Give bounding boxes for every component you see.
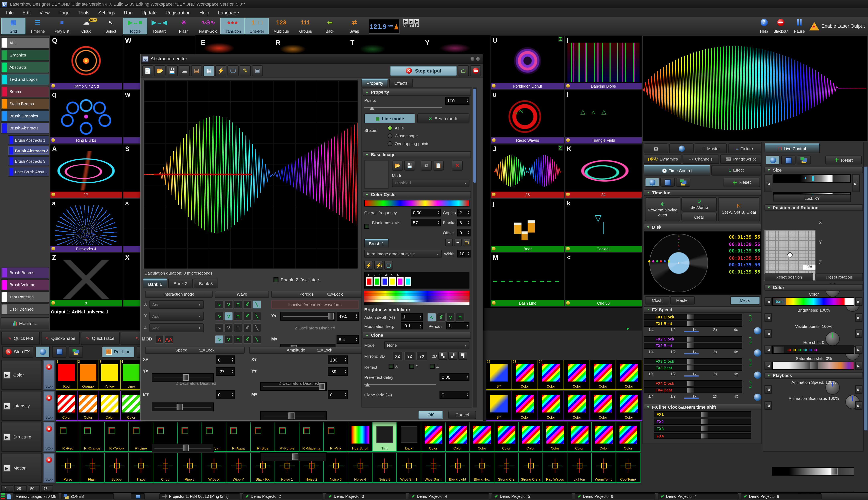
- tab-channels[interactable]: ⊷Channels: [683, 155, 719, 164]
- set-ab-clear-button[interactable]: ⇱Set A, Set B, Clear: [718, 197, 760, 221]
- speed-y-value[interactable]: -27▲▼: [216, 367, 235, 376]
- lane-color-label[interactable]: ▶Color: [1, 360, 42, 390]
- fx-beat-slider[interactable]: FX1 Beat: [644, 321, 742, 327]
- points-slider[interactable]: [364, 106, 442, 110]
- category-item[interactable]: Brush Abstracts: [1, 123, 49, 134]
- size-x-slider[interactable]: [774, 174, 851, 183]
- square-mode-button[interactable]: [52, 346, 67, 358]
- fx-cell[interactable]: Lighten: [568, 453, 592, 483]
- cue-cell[interactable]: q Ring Blurbs: [50, 90, 123, 144]
- brush-lightning-remove-button[interactable]: ⚡̸: [374, 261, 383, 270]
- fx-cell[interactable]: Color: [494, 422, 519, 452]
- y-interaction-dropdown[interactable]: Add▼: [149, 311, 204, 320]
- speed-x-slider[interactable]: [152, 373, 214, 382]
- base-image-mode-dropdown[interactable]: Disabled▼: [392, 179, 469, 187]
- fx-cell[interactable]: Strong Crs: [494, 453, 519, 483]
- fx-cell[interactable]: Color: [78, 391, 99, 421]
- fx-line-slider[interactable]: FX4: [654, 433, 751, 439]
- user-icon[interactable]: [7, 493, 11, 499]
- toolbar-button[interactable]: 1□□ One-Per: [245, 18, 269, 34]
- toolbar-button[interactable]: 123 Multi cue: [269, 18, 294, 34]
- fx-scale[interactable]: 1/41/21x2x4x: [644, 327, 742, 332]
- globe-mode-button[interactable]: [35, 346, 50, 358]
- fx-cell[interactable]: Noise 4: [348, 453, 373, 483]
- blank-mask-checkbox[interactable]: [364, 220, 369, 230]
- toolbar-button[interactable]: ⇄ Swap: [342, 18, 366, 34]
- projector-status[interactable]: ✔ Demo Projector 8: [741, 493, 822, 499]
- mirror-2d-button-2[interactable]: ▞: [448, 352, 457, 360]
- category-item[interactable]: Brush Beams: [1, 267, 49, 279]
- tab-dynamics[interactable]: ▮�ÅrDynamics: [644, 155, 682, 164]
- bank-tab[interactable]: Bank 2: [168, 279, 193, 288]
- y-periods-value[interactable]: 49.5▲▼: [336, 311, 359, 320]
- color-palette[interactable]: [364, 291, 469, 305]
- fx-cell[interactable]: Color: [616, 391, 642, 421]
- category-item[interactable]: Beams: [1, 86, 49, 98]
- clone-mode-dropdown[interactable]: None▼: [384, 341, 469, 349]
- menu-item[interactable]: Tools: [75, 9, 93, 16]
- square-mode-button[interactable]: [660, 178, 675, 186]
- toolbar-button[interactable]: ↖ Select: [99, 18, 123, 34]
- fx-cell[interactable]: R>Yellow: [105, 422, 129, 452]
- property-panel-scrollbar[interactable]: [473, 88, 477, 408]
- fx-cell[interactable]: 23Color: [512, 360, 538, 390]
- pencil-button[interactable]: ✎: [240, 65, 251, 76]
- fx-cell[interactable]: 4Lime: [121, 360, 142, 390]
- fx-cell[interactable]: Block He..: [470, 453, 494, 483]
- tab-master[interactable]: ❐Master: [695, 144, 727, 154]
- amp-m-slider[interactable]: [260, 452, 327, 461]
- color-slot[interactable]: [405, 277, 411, 286]
- clone-section-header[interactable]: ▼Clone: [363, 332, 471, 339]
- fx-cell[interactable]: Rad Waves: [543, 453, 568, 483]
- hue-shift-slider[interactable]: ➜➜➜➜➜➜: [772, 345, 854, 354]
- page-tab[interactable]: 25...: [14, 485, 27, 491]
- dialog-close-button[interactable]: [476, 57, 480, 60]
- lane-intensity-stop[interactable]: ✕Stop: [43, 391, 55, 421]
- color-slot[interactable]: [397, 277, 403, 286]
- enable-laser-output-button[interactable]: Enable Laser Output: [809, 18, 865, 34]
- modulation-freq-value[interactable]: -0.1▲▼: [401, 322, 423, 329]
- mod-ramp-button[interactable]: ⋀: [155, 335, 164, 344]
- toolbar-button[interactable]: ▶↔■ Toggle: [123, 18, 147, 34]
- subcategory-item[interactable]: Brush Abstracts 3: [8, 156, 49, 166]
- fx-cell[interactable]: Trace: [129, 453, 153, 483]
- color-slot[interactable]: [366, 277, 373, 286]
- fx-cell[interactable]: Hue Scroll: [348, 422, 373, 452]
- tab-property[interactable]: Property: [362, 79, 388, 87]
- menu-item[interactable]: Update: [138, 9, 160, 16]
- virtual-lj-button[interactable]: ▶▶▶ Virtual LJ: [402, 18, 420, 34]
- color-settings-button[interactable]: 🗀: [458, 65, 469, 76]
- tab-live-control[interactable]: ❒Live Control: [764, 144, 820, 154]
- lane-intensity-label[interactable]: ▶Intensity: [1, 391, 42, 421]
- minus-button[interactable]: [470, 65, 481, 76]
- fx-beat-slider[interactable]: FX4 Beat: [644, 387, 742, 393]
- tab-notes[interactable]: ▤: [644, 144, 668, 154]
- z-interaction-dropdown[interactable]: Add▼: [149, 323, 204, 332]
- fx-cell[interactable]: Wipe Y: [226, 453, 251, 483]
- tab-globe[interactable]: [669, 144, 694, 154]
- clear-button[interactable]: Clear: [682, 213, 717, 221]
- fx-globe-icon[interactable]: [754, 349, 761, 356]
- fx-cell[interactable]: R>Red: [56, 422, 80, 452]
- open-file-button[interactable]: 📂: [155, 65, 165, 76]
- wave-square-button[interactable]: ⊓: [233, 311, 242, 320]
- reset-position-button[interactable]: Reset position: [764, 273, 813, 281]
- projector-status[interactable]: Projector 1: FB4 06613 (Ping 0ms): [160, 493, 240, 499]
- fx-cell[interactable]: Tint: [373, 422, 397, 452]
- metro-button[interactable]: Metro: [730, 296, 760, 304]
- fx-cell[interactable]: Wipe Sm 4: [421, 453, 446, 483]
- size-max-button[interactable]: ▶|: [852, 174, 860, 192]
- time-fun-section-header[interactable]: ▼Time fun: [644, 189, 761, 196]
- fx-cell[interactable]: Ripple: [178, 453, 202, 483]
- fx-cell[interactable]: Pulse: [56, 453, 80, 483]
- pause-button[interactable]: Pause: [793, 18, 806, 34]
- cue-cell[interactable]: K 24: [564, 144, 642, 198]
- color-slot[interactable]: [381, 277, 388, 286]
- cue-cell[interactable]: U Σ Forbidden Donut: [491, 35, 564, 90]
- blanked-value[interactable]: 3▲▼: [457, 219, 470, 226]
- grid-view-button[interactable]: ▦: [203, 65, 214, 76]
- mirror-button[interactable]: XZ: [392, 352, 403, 360]
- category-item[interactable]: User Defined: [1, 304, 49, 315]
- fx-cell[interactable]: Wipe Sm 1: [397, 453, 421, 483]
- fx-cell[interactable]: Noise 5: [373, 453, 397, 483]
